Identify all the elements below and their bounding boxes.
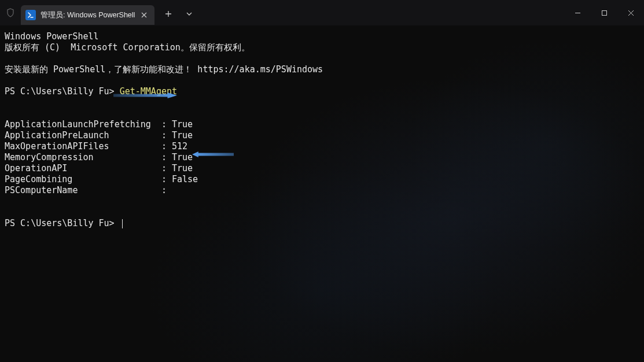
ps-banner-line1: Windows PowerShell bbox=[5, 31, 99, 42]
output-row: OperationAPI : True bbox=[5, 163, 193, 173]
maximize-button[interactable] bbox=[591, 0, 617, 25]
svg-rect-0 bbox=[602, 10, 606, 15]
shield-icon bbox=[0, 8, 21, 17]
annotation-arrow-memorycompression bbox=[192, 152, 234, 157]
output-row: MaxOperationAPIFiles : 512 bbox=[5, 141, 187, 152]
tab-title: 管理员: Windows PowerShell bbox=[41, 10, 135, 20]
window-controls bbox=[564, 0, 644, 25]
ps-banner-line2: 版权所有 (C) Microsoft Corporation。保留所有权利。 bbox=[5, 42, 250, 53]
new-tab-button[interactable] bbox=[159, 5, 178, 23]
cursor bbox=[122, 219, 123, 228]
terminal-output[interactable]: Windows PowerShell 版权所有 (C) Microsoft Co… bbox=[0, 25, 644, 235]
ps-install-hint: 安装最新的 PowerShell，了解新功能和改进！ https://aka.m… bbox=[5, 64, 323, 75]
output-row: ApplicationLaunchPrefetching : True bbox=[5, 119, 193, 130]
tab-close-button[interactable] bbox=[139, 10, 149, 20]
tab-powershell[interactable]: 管理员: Windows PowerShell bbox=[21, 5, 154, 25]
close-button[interactable] bbox=[617, 0, 644, 25]
annotation-arrow-command bbox=[113, 93, 177, 98]
output-row: ApplicationPreLaunch : True bbox=[5, 130, 193, 141]
output-row: PSComputerName : bbox=[5, 185, 167, 195]
minimize-button[interactable] bbox=[564, 0, 591, 25]
prompt-1-prefix: PS C:\Users\Billy Fu> bbox=[5, 86, 120, 97]
prompt-2: PS C:\Users\Billy Fu> bbox=[5, 218, 120, 228]
titlebar[interactable]: 管理员: Windows PowerShell bbox=[0, 0, 644, 25]
output-row: MemoryCompression : True bbox=[5, 152, 193, 162]
powershell-icon bbox=[25, 10, 36, 20]
output-row: PageCombining : False bbox=[5, 174, 198, 184]
tab-dropdown-button[interactable] bbox=[180, 5, 198, 23]
